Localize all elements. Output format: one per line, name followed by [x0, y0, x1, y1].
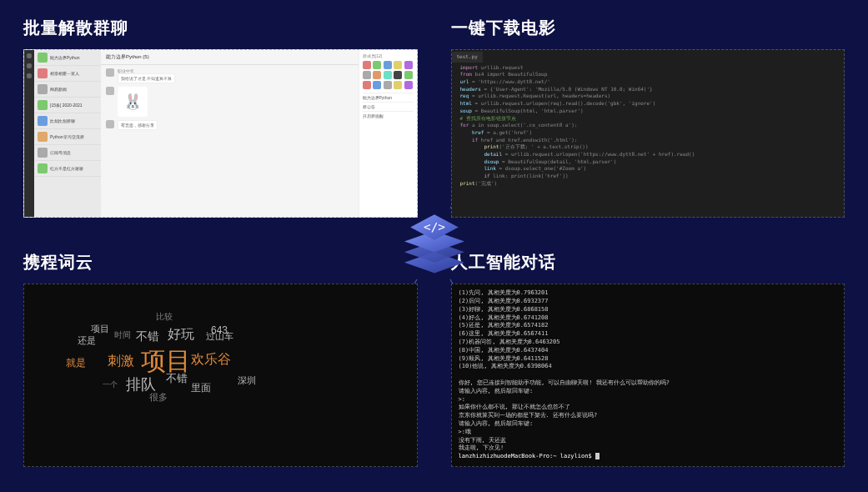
terminal-line: (10)他说, 其相关度为0.6398064	[459, 363, 838, 371]
code-line: print('正在下载: ' + a.text.strip())	[460, 143, 836, 151]
member-count-label: 群成员(12)	[363, 53, 414, 58]
code-line: req = urllib.request.Request(url, header…	[460, 93, 836, 100]
terminal-line: 请输入内容, 然后敲回车键:	[459, 388, 838, 396]
group-option: 开启群提醒	[363, 111, 414, 120]
code-line: print('完成')	[460, 180, 836, 188]
terminal-line: 没有下雨, 天还蓝	[459, 437, 838, 445]
terminal-line: (8)中国, 其相关度为0.6437404	[459, 347, 838, 355]
wordcloud-word: 刺激	[108, 353, 134, 370]
wechat-screenshot: 能力边界Python相亲相爱一家人网易新闻[15条] 2020-2021比划比划…	[23, 49, 418, 218]
terminal-line: (2)后问, 其相关度为0.6932377	[459, 298, 838, 306]
editor-tab: test.py	[452, 52, 483, 63]
conversation-item: [15条] 2020-2021	[34, 98, 101, 113]
code-line: detail = urllib.request.urlopen('https:/…	[460, 151, 836, 158]
wordcloud-word: 还是	[78, 334, 96, 347]
code-line: # 查找所有电影链接节点	[460, 115, 836, 123]
code-line: if link: print(link['href'])	[460, 173, 836, 180]
code-line: url = 'https://www.dytt8.net/'	[460, 78, 836, 86]
chat-message: 职业中年 我给说了才是 不知道算不算	[106, 68, 354, 83]
wordcloud-word: 项目	[91, 323, 109, 335]
conversation-item: 订阅号消息	[34, 145, 101, 161]
terminal-line: (6)这里, 其相关度为0.6567411	[459, 330, 838, 339]
terminal-line: (4)好么, 其相关度为0.6741208	[459, 314, 838, 323]
member-avatars	[363, 61, 414, 89]
wordcloud-word: 不错	[166, 371, 188, 386]
card-title: 携程词云	[23, 251, 418, 274]
terminal-line: (1)先问, 其相关度为0.7963201	[459, 289, 838, 298]
group-option: 群公告	[363, 102, 414, 111]
terminal-line: (5)还是, 其相关度为0.6574182	[459, 322, 838, 330]
feature-card-dismiss-groups: 批量解散群聊 能力边界Python相亲相爱一家人网易新闻[15条] 2020-2…	[23, 17, 418, 218]
terminal-screenshot: (1)先问, 其相关度为0.7963201(2)后问, 其相关度为0.69323…	[451, 284, 845, 467]
terminal-line: 你好, 您已连接到智能助手功能, 可以自由聊天啦! 我还有什么可以帮助你的吗?	[459, 379, 838, 388]
card-title: 人工智能对话	[451, 251, 845, 274]
terminal-line: 如果你什么都不说, 那让不就怎么也答不了	[459, 404, 838, 412]
code-line: href = a.get('href')	[460, 129, 836, 137]
terminal-line: >:	[459, 396, 838, 404]
feature-card-wordcloud: 携程词云 项目刺激排队好玩不错欢乐谷过山车643还是项目比较时间不错里面就是一个…	[23, 251, 418, 467]
terminal-line: 京东你就算买到一场的都是下架去. 还有什么要说吗?	[459, 412, 838, 420]
conversation-item: 比划比划群聊	[34, 113, 101, 129]
sticker-icon: 🐰	[118, 87, 148, 117]
code-line: html = urllib.request.urlopen(req).read(…	[460, 100, 836, 108]
conversation-item: 相亲相爱一家人	[34, 66, 101, 82]
conversation-item: 红方不是红方谢谢	[34, 161, 101, 177]
code-line: soup = BeautifulSoup(html, 'html.parser'…	[460, 108, 836, 115]
chat-header: 能力边界Python (5)	[101, 50, 359, 65]
group-info-panel: 群成员(12) 能力边界Python群公告开启群提醒	[359, 50, 417, 217]
code-editor-screenshot: test.py import urllib.requestfrom bs4 im…	[451, 49, 845, 218]
chat-message: 有意思，感谢分享	[106, 120, 354, 130]
wordcloud-word: 深圳	[238, 374, 256, 387]
terminal-line: >:哦	[459, 429, 838, 437]
wordcloud-word: 643	[211, 324, 228, 336]
wordcloud-word: 不错	[136, 329, 159, 344]
feature-card-ai-chat: 人工智能对话 (1)先问, 其相关度为0.7963201(2)后问, 其相关度为…	[451, 251, 845, 467]
wordcloud-word: 比较	[156, 311, 173, 323]
wordcloud-image: 项目刺激排队好玩不错欢乐谷过山车643还是项目比较时间不错里面就是一个很多深圳	[23, 284, 418, 467]
conversation-item: Python学习交流群	[34, 129, 101, 145]
wordcloud-word: 一个	[103, 379, 118, 390]
contacts-icon	[27, 73, 32, 78]
terminal-line: 请输入内容, 然后敲回车键:	[459, 420, 838, 429]
code-line: for a in soup.select('.co_content8 a'):	[460, 122, 836, 129]
chat-icon	[27, 63, 32, 68]
code-line: from bs4 import BeautifulSoup	[460, 71, 836, 78]
conversation-list: 能力边界Python相亲相爱一家人网易新闻[15条] 2020-2021比划比划…	[34, 50, 101, 217]
code-line: link = dsoup.select_one('#Zoom a')	[460, 165, 836, 173]
wordcloud-word: 时间	[114, 329, 131, 341]
conversation-item: 能力边界Python	[34, 50, 101, 66]
conversation-item: 网易新闻	[34, 82, 101, 98]
group-option: 能力边界Python	[363, 93, 414, 102]
card-title: 批量解散群聊	[23, 17, 418, 39]
chat-message: 🐰	[106, 87, 354, 117]
wordcloud-word: 欢乐谷	[191, 351, 231, 369]
code-line: import urllib.request	[460, 64, 836, 72]
card-title: 一键下载电影	[451, 17, 845, 39]
wordcloud-word: 里面	[191, 381, 211, 395]
avatar-icon	[27, 53, 32, 58]
cursor-icon	[595, 453, 600, 459]
code-line: headers = {'User-Agent': 'Mozilla/5.0 (W…	[460, 86, 836, 93]
code-line: dsoup = BeautifulSoup(detail, 'html.pars…	[460, 158, 836, 166]
feature-card-download-movies: 一键下载电影 test.py import urllib.requestfrom…	[451, 17, 845, 218]
terminal-line: (3)好聊, 其相关度为0.6868158	[459, 306, 838, 314]
wordcloud-word: 就是	[66, 356, 86, 370]
terminal-line: (7)机器问答, 其相关度为0.6463205	[459, 339, 838, 347]
wordcloud-word: 很多	[149, 391, 168, 404]
terminal-prompt: lanzhizhizhuodeMacBook-Pro:~ lazylion$	[459, 453, 838, 461]
terminal-line: (9)顺风, 其相关度为0.6411528	[459, 355, 838, 364]
terminal-line: 我走啦, 下次见!	[459, 444, 838, 453]
code-line: if href and href.endswith('.html'):	[460, 137, 836, 144]
wordcloud-word: 好玩	[168, 326, 194, 344]
